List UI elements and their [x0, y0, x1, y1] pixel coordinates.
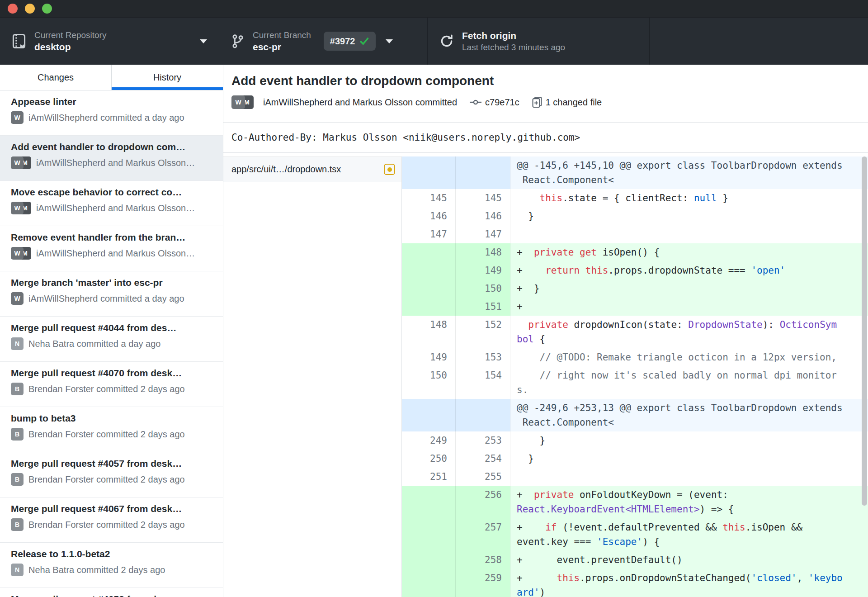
- diff-code-line: }: [517, 451, 863, 466]
- commit-list-title: Merge pull request #4067 from desk…: [11, 503, 212, 514]
- diff-code-line: [517, 227, 863, 242]
- zoom-window-button[interactable]: [42, 4, 52, 14]
- current-repository-button[interactable]: Current Repository desktop: [0, 18, 219, 65]
- diff-context-row: 146146 }: [402, 207, 868, 225]
- diff-section: app/src/ui/t…/dropdown.tsx @@ -145,6 +14…: [223, 153, 868, 597]
- diff-code-line: React.Component<: [517, 415, 863, 430]
- file-diff-icon: [532, 96, 542, 108]
- diff-code-cell: @@ -145,6 +145,10 @@ export class Toolba…: [510, 156, 868, 189]
- commit-list-item[interactable]: bump to beta3BBrendan Forster committed …: [0, 407, 223, 452]
- check-icon: [359, 37, 369, 45]
- diff-code-line: }: [517, 209, 863, 223]
- changed-file-row[interactable]: app/src/ui/t…/dropdown.tsx: [223, 156, 401, 182]
- diff-scrollbar[interactable]: [862, 156, 867, 506]
- diff-code-cell: [510, 468, 868, 486]
- diff-old-line-number: [402, 569, 456, 597]
- diff-added-row: 150+ }: [402, 280, 868, 298]
- diff-code-cell: + private get isOpen() {: [510, 243, 868, 261]
- commit-byline: iAmWillShepherd committed a day ago: [28, 294, 184, 304]
- changed-files-group: 1 changed file: [532, 96, 602, 108]
- sync-icon: [439, 34, 454, 48]
- tab-history[interactable]: History: [111, 65, 223, 90]
- minimize-window-button[interactable]: [25, 4, 35, 14]
- fetch-title: Fetch origin: [462, 29, 565, 42]
- fetch-origin-button[interactable]: Fetch origin Last fetched 3 minutes ago: [428, 18, 650, 65]
- diff-code-line: ard'): [517, 585, 863, 597]
- current-branch-button[interactable]: Current Branch esc-pr #3972: [219, 18, 428, 65]
- diff-new-line-number: 258: [456, 551, 510, 569]
- diff-hunk-header-row: @@ -145,6 +145,10 @@ export class Toolba…: [402, 156, 868, 189]
- commit-list-item[interactable]: Merge pull request #4053 from des…NNeha …: [0, 588, 223, 597]
- diff-body: @@ -145,6 +145,10 @@ export class Toolba…: [402, 156, 868, 597]
- repo-icon: [12, 33, 26, 49]
- diff-hunk-header-row: @@ -249,6 +253,13 @@ export class Toolba…: [402, 399, 868, 431]
- commit-byline: Neha Batra committed a day ago: [28, 339, 160, 349]
- diff-old-line-number: [402, 518, 456, 551]
- diff-new-line-number: 256: [456, 486, 510, 518]
- commit-list-item[interactable]: Appease linterWiAmWillShepherd committed…: [0, 90, 223, 136]
- diff-new-line-number: 154: [456, 366, 510, 399]
- commit-list-item[interactable]: Add event handler to dropdown com…WMiAmW…: [0, 136, 223, 181]
- diff-code-line: React.Component<: [517, 173, 863, 187]
- diff-added-row: 257+ if (!event.defaultPrevented && this…: [402, 518, 868, 551]
- changed-files-count: 1 changed file: [546, 97, 602, 108]
- git-branch-icon: [231, 33, 245, 49]
- diff-old-line-number: 250: [402, 450, 456, 468]
- diff-code-line: }: [517, 433, 863, 448]
- avatar-group: B: [11, 473, 24, 486]
- avatar: N: [11, 564, 24, 576]
- commit-byline: Brendan Forster committed 2 days ago: [28, 384, 185, 394]
- diff-new-line-number: 146: [456, 207, 510, 225]
- commit-byline: Brendan Forster committed 2 days ago: [28, 429, 185, 440]
- avatar: W: [11, 156, 24, 169]
- diff-old-line-number: [402, 243, 456, 261]
- close-window-button[interactable]: [8, 4, 18, 14]
- commit-list-title: Merge pull request #4044 from des…: [11, 322, 212, 333]
- commit-list-item[interactable]: Merge pull request #4044 from des…NNeha …: [0, 317, 223, 362]
- commit-list-title: bump to beta3: [11, 413, 212, 424]
- chevron-down-icon: [386, 39, 393, 43]
- diff-added-row: 256+ private onFoldoutKeyDown = (event:R…: [402, 486, 868, 518]
- sidebar-tabs: Changes History: [0, 65, 223, 90]
- avatar-group: WM: [11, 202, 31, 214]
- diff-code-line: + }: [517, 281, 863, 296]
- diff-context-row: 250254 }: [402, 450, 868, 468]
- diff-old-line-number: [402, 399, 456, 431]
- avatar: W: [11, 292, 24, 305]
- repository-name: desktop: [34, 41, 106, 53]
- commit-list-item[interactable]: Merge branch 'master' into esc-prWiAmWil…: [0, 271, 223, 317]
- diff-code-cell: [510, 225, 868, 243]
- avatar-group: W: [11, 292, 24, 305]
- diff-old-line-number: 150: [402, 366, 456, 399]
- commit-list-item[interactable]: Move escape behavior to correct co…WMiAm…: [0, 181, 223, 226]
- commit-list-title: Move escape behavior to correct co…: [11, 187, 212, 198]
- commit-list-item[interactable]: Merge pull request #4057 from desk…BBren…: [0, 452, 223, 498]
- avatar: B: [11, 518, 24, 531]
- changed-files-pane: app/src/ui/t…/dropdown.tsx: [223, 156, 402, 597]
- commit-list-meta: NNeha Batra committed 2 days ago: [11, 564, 212, 576]
- tab-changes[interactable]: Changes: [0, 65, 111, 90]
- avatar-group: B: [11, 383, 24, 395]
- diff-code-line: private dropdownIcon(state: DropdownStat…: [517, 317, 863, 332]
- commit-list-title: Appease linter: [11, 96, 212, 107]
- sidebar: Changes History Appease linterWiAmWillSh…: [0, 65, 223, 597]
- diff-old-line-number: [402, 298, 456, 316]
- avatar: B: [11, 383, 24, 395]
- commit-list-item[interactable]: Merge pull request #4067 from desk…BBren…: [0, 498, 223, 543]
- avatar-group: N: [11, 337, 24, 350]
- commit-list-meta: WiAmWillShepherd committed a day ago: [11, 292, 212, 305]
- avatar-group: WM: [11, 247, 31, 260]
- commit-byline: iAmWillShepherd and Markus Olsson…: [36, 248, 195, 259]
- diff-new-line-number: 254: [456, 450, 510, 468]
- commit-list-item[interactable]: Release to 1.1.0-beta2NNeha Batra commit…: [0, 543, 223, 588]
- commit-sha: c79e71c: [485, 97, 519, 108]
- diff-code-line: + if (!event.defaultPrevented && this.is…: [517, 520, 863, 535]
- diff-old-line-number: 249: [402, 431, 456, 450]
- commit-list-item[interactable]: Merge pull request #4070 from desk…BBren…: [0, 362, 223, 407]
- diff-code-cell: }: [510, 207, 868, 225]
- committer-avatars: WM: [231, 95, 254, 109]
- diff-context-row: 145145 this.state = { clientRect: null }: [402, 189, 868, 207]
- diff-old-line-number: 251: [402, 468, 456, 486]
- commit-list-item[interactable]: Remove event handler from the bran…WMiAm…: [0, 226, 223, 271]
- diff-code-line: + this.props.onDropdownStateChanged('clo…: [517, 571, 863, 585]
